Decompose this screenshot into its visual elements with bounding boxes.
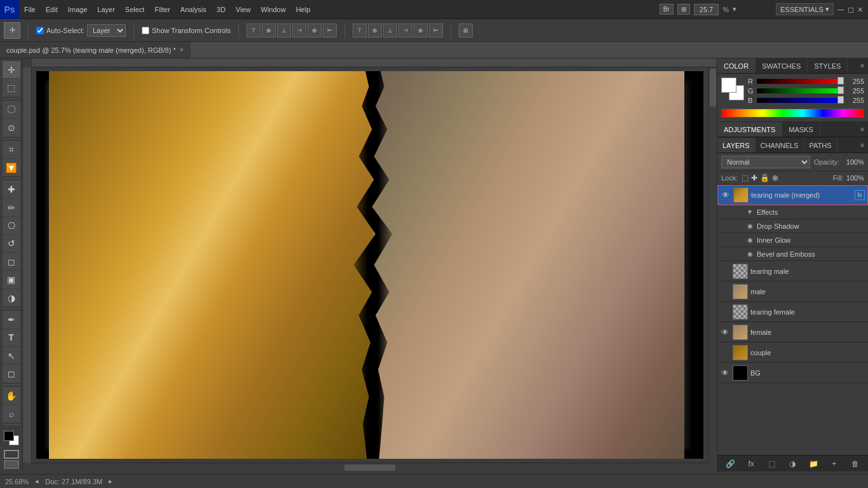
layer-row-female[interactable]: 👁 female — [717, 322, 868, 342]
layer-drop-shadow[interactable]: ◉ Drop Shadow — [717, 219, 868, 233]
layer-eye-tearing-male[interactable]: 👁 — [720, 266, 730, 276]
layer-eye-female[interactable]: 👁 — [720, 327, 730, 337]
text-tool[interactable]: T — [3, 329, 20, 346]
tab-styles[interactable]: STYLES — [808, 58, 848, 73]
add-mask-btn[interactable]: ⬚ — [766, 458, 778, 470]
h-scrollbar-thumb[interactable] — [344, 464, 395, 471]
r-slider-thumb[interactable] — [837, 77, 844, 85]
lock-pixels-icon[interactable]: ⬚ — [742, 173, 749, 182]
align-top-btn[interactable]: ⊤ — [247, 24, 261, 37]
b-slider-thumb[interactable] — [837, 96, 844, 104]
history-brush-tool[interactable]: ↺ — [3, 235, 20, 252]
crop-tool[interactable]: ⌗ — [3, 141, 20, 158]
tab-layers[interactable]: LAYERS — [717, 138, 756, 152]
live-icon[interactable]: ⊞ — [677, 4, 690, 15]
fg-color-swatch[interactable] — [4, 431, 14, 441]
layer-row-male[interactable]: 👁 male — [717, 281, 868, 302]
auto-select-checkbox[interactable] — [36, 27, 44, 34]
layer-row-tearing-male-merged[interactable]: 👁 tearing male (merged) fx — [717, 185, 868, 205]
brush-tool[interactable]: ✏ — [3, 199, 20, 216]
layer-row-tearing-female[interactable]: 👁 tearing female — [717, 302, 868, 322]
dodge-tool[interactable]: ◑ — [3, 289, 20, 306]
tab-swatches[interactable]: SWATCHES — [756, 58, 808, 73]
eyedropper-tool[interactable]: 🔽 — [3, 159, 20, 176]
layer-row-couple[interactable]: 👁 couple — [717, 342, 868, 363]
new-group-btn[interactable]: 📁 — [807, 458, 820, 470]
menu-edit[interactable]: Edit — [41, 0, 63, 18]
tab-paths[interactable]: PATHS — [804, 138, 837, 152]
menu-file[interactable]: File — [19, 0, 41, 18]
layer-eye-tearing-female[interactable]: 👁 — [720, 307, 730, 317]
close-btn[interactable]: × — [858, 4, 863, 15]
status-nav-next[interactable]: ▸ — [109, 477, 112, 485]
menu-view[interactable]: View — [231, 0, 256, 18]
move-tool-icon[interactable]: ✛ — [4, 22, 20, 39]
menu-select[interactable]: Select — [120, 0, 150, 18]
align-vcenter-btn[interactable]: ⊕ — [262, 24, 276, 37]
align-hcenter-btn[interactable]: ⊕ — [308, 24, 322, 37]
zoom-tool[interactable]: ⌕ — [3, 405, 20, 422]
dist-top-btn[interactable]: ⊤ — [353, 24, 367, 37]
eraser-tool[interactable]: ◻ — [3, 253, 20, 270]
link-layers-btn[interactable]: 🔗 — [724, 458, 736, 470]
lock-position-icon[interactable]: ✚ — [751, 173, 757, 182]
arrange-btn[interactable]: ⊞ — [459, 24, 473, 37]
menu-window[interactable]: Window — [256, 0, 291, 18]
dist-left-btn[interactable]: ⊣ — [398, 24, 412, 37]
adjustments-panel-collapse-btn[interactable]: ≡ — [857, 126, 868, 133]
dist-hcenter-btn[interactable]: ⊕ — [414, 24, 428, 37]
lasso-tool[interactable]: 〇 — [3, 101, 20, 118]
layer-row-bg[interactable]: 👁 BG — [717, 363, 868, 383]
opacity-value[interactable]: 100% — [842, 158, 864, 166]
zoom-arrow-icon[interactable]: ▾ — [733, 5, 736, 13]
bridge-icon[interactable]: Br — [660, 4, 674, 15]
align-left-btn[interactable]: ⊣ — [292, 24, 306, 37]
align-right-btn[interactable]: ⊢ — [323, 24, 337, 37]
layers-panel-collapse-btn[interactable]: ≡ — [857, 142, 868, 149]
quick-mask-btn[interactable] — [4, 460, 19, 469]
dist-vcenter-btn[interactable]: ⊕ — [368, 24, 382, 37]
layer-eye-male[interactable]: 👁 — [720, 287, 730, 297]
menu-help[interactable]: Help — [291, 0, 316, 18]
menu-3d[interactable]: 3D — [212, 0, 231, 18]
tab-channels[interactable]: CHANNELS — [756, 138, 804, 152]
fill-value[interactable]: 100% — [846, 174, 864, 182]
minimize-btn[interactable]: ─ — [837, 4, 844, 15]
workspace-essentials-button[interactable]: ESSENTIALS ▾ — [776, 3, 834, 15]
status-nav-prev[interactable]: ◂ — [35, 477, 39, 485]
delete-layer-btn[interactable]: 🗑 — [849, 458, 862, 470]
menu-analysis[interactable]: Analysis — [175, 0, 212, 18]
new-adjustment-btn[interactable]: ◑ — [786, 458, 799, 470]
add-style-btn[interactable]: fx — [745, 458, 757, 470]
transform-controls-checkbox[interactable] — [142, 27, 149, 34]
layer-row-tearing-male[interactable]: 👁 tearing male — [717, 261, 868, 281]
blend-mode-dropdown[interactable]: Normal Multiply Screen — [721, 156, 810, 168]
tab-close-btn[interactable]: × — [180, 46, 184, 53]
h-scrollbar[interactable] — [32, 463, 708, 471]
layer-eye-tearing-male-merged[interactable]: 👁 — [721, 190, 731, 200]
fg-color-box[interactable] — [721, 78, 736, 93]
heal-tool[interactable]: ✚ — [3, 180, 20, 198]
tab-adjustments[interactable]: ADJUSTMENTS — [717, 122, 782, 137]
document-tab[interactable]: couple.psd @ 25.7% (tearing male (merged… — [0, 42, 191, 58]
new-layer-btn[interactable]: + — [828, 458, 841, 470]
path-select-tool[interactable]: ↖ — [3, 347, 20, 364]
pen-tool[interactable]: ✒ — [3, 311, 20, 328]
move-tool[interactable]: ✛ — [3, 61, 20, 78]
color-spectrum[interactable] — [721, 109, 864, 118]
gradient-tool[interactable]: ▣ — [3, 271, 20, 288]
v-scrollbar-thumb[interactable] — [710, 69, 716, 107]
tab-masks[interactable]: MASKS — [782, 122, 820, 137]
tab-color[interactable]: COLOR — [717, 58, 756, 73]
marquee-tool[interactable]: ⬚ — [3, 79, 20, 96]
v-scrollbar[interactable] — [708, 67, 717, 463]
lock-all-icon[interactable]: 🔒 — [760, 173, 770, 182]
layer-inner-glow[interactable]: ◉ Inner Glow — [717, 233, 868, 247]
align-bottom-btn[interactable]: ⊥ — [277, 24, 291, 37]
layer-eye-bg[interactable]: 👁 — [720, 368, 730, 378]
dist-right-btn[interactable]: ⊢ — [429, 24, 443, 37]
lock-artboards-icon[interactable]: ⊕ — [772, 173, 778, 182]
layer-bevel-emboss[interactable]: ◉ Bevel and Emboss — [717, 247, 868, 261]
menu-image[interactable]: Image — [63, 0, 93, 18]
maximize-btn[interactable]: ◻ — [848, 5, 854, 14]
